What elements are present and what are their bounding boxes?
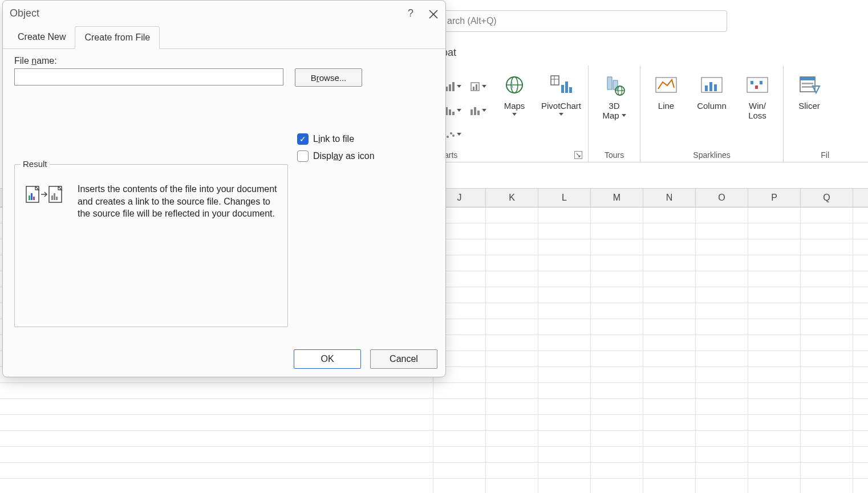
- svg-rect-50: [51, 195, 53, 200]
- svg-rect-40: [802, 83, 813, 84]
- svg-rect-32: [709, 82, 712, 91]
- chart-dropdown-4[interactable]: [469, 77, 489, 96]
- svg-rect-14: [477, 111, 480, 115]
- svg-rect-22: [565, 82, 568, 93]
- search-input[interactable]: arch (Alt+Q): [442, 10, 727, 32]
- charts-dialog-launcher-icon[interactable]: ↘: [574, 151, 582, 159]
- sparkline-column-label: Column: [697, 101, 727, 111]
- 3d-map-icon: [602, 72, 627, 97]
- chart-dropdown-5[interactable]: [469, 101, 489, 120]
- sparkline-winloss-icon: [745, 72, 770, 97]
- svg-rect-39: [800, 77, 815, 80]
- sparkline-winloss-label-1: Win/: [749, 101, 766, 111]
- chart-mini-buttons-2: [469, 70, 489, 150]
- svg-rect-11: [476, 84, 477, 90]
- svg-rect-41: [802, 86, 813, 88]
- result-link-icon: [24, 183, 65, 206]
- svg-rect-2: [452, 82, 455, 91]
- chart-dropdown-1[interactable]: [444, 77, 464, 96]
- svg-rect-12: [470, 109, 473, 115]
- svg-rect-47: [33, 197, 35, 200]
- result-description: Inserts the contents of the file into yo…: [78, 183, 278, 220]
- chart-dropdown-3[interactable]: [444, 125, 464, 144]
- browse-button[interactable]: Browse...: [295, 68, 362, 87]
- checkbox-unchecked-icon: [297, 150, 309, 162]
- link-to-file-checkbox[interactable]: ✓ Link to file: [297, 133, 375, 145]
- svg-rect-45: [29, 195, 30, 200]
- sparklines-group-label: Sparklines: [693, 150, 730, 160]
- sparkline-column-icon: [699, 72, 724, 97]
- svg-rect-21: [561, 85, 564, 93]
- col-header[interactable]: L: [538, 189, 591, 207]
- svg-rect-4: [449, 109, 451, 115]
- 3d-map-label-2: Map: [602, 111, 619, 120]
- svg-rect-31: [705, 85, 708, 91]
- dialog-title: Object: [10, 7, 39, 19]
- svg-rect-5: [452, 112, 455, 115]
- svg-rect-35: [751, 81, 753, 84]
- checkbox-checked-icon: ✓: [297, 133, 309, 145]
- 3d-map-button[interactable]: 3D Map: [594, 70, 634, 150]
- sparkline-column-button[interactable]: Column: [692, 70, 732, 150]
- col-header[interactable]: N: [643, 189, 696, 207]
- ok-button[interactable]: OK: [294, 349, 361, 369]
- svg-rect-51: [54, 193, 55, 200]
- cancel-button[interactable]: Cancel: [370, 349, 437, 369]
- object-dialog: Object ? Create New Create from File Fil…: [2, 0, 446, 377]
- chart-mini-buttons: [444, 70, 464, 150]
- svg-rect-36: [755, 85, 758, 89]
- svg-rect-37: [760, 81, 762, 84]
- sparkline-winloss-button[interactable]: Win/ Loss: [737, 70, 777, 150]
- file-name-input[interactable]: [14, 68, 283, 85]
- result-group: Result Inserts the contents of the file …: [14, 164, 288, 327]
- help-icon[interactable]: ?: [408, 7, 413, 19]
- svg-rect-18: [551, 76, 559, 85]
- pivotchart-button[interactable]: PivotChart: [540, 70, 582, 150]
- pivotchart-label: PivotChart: [541, 101, 581, 111]
- svg-rect-34: [747, 78, 768, 92]
- svg-rect-33: [714, 84, 717, 91]
- svg-rect-13: [474, 107, 476, 115]
- svg-rect-25: [613, 80, 618, 89]
- dialog-titlebar: Object ?: [3, 1, 445, 26]
- maps-label: Maps: [504, 101, 525, 111]
- col-header[interactable]: P: [748, 189, 801, 207]
- dialog-tabs: Create New Create from File: [3, 26, 445, 49]
- svg-point-6: [447, 136, 449, 138]
- search-placeholder-fragment: arch (Alt+Q): [447, 16, 497, 26]
- globe-icon: [502, 72, 527, 97]
- svg-rect-46: [31, 193, 33, 200]
- col-header[interactable]: Q: [801, 189, 853, 207]
- svg-point-8: [452, 135, 455, 137]
- svg-point-7: [450, 132, 452, 135]
- tab-create-new[interactable]: Create New: [9, 26, 75, 49]
- charts-group-label-fragment: arts: [444, 150, 457, 160]
- maps-button[interactable]: Maps: [494, 70, 534, 150]
- result-legend: Result: [21, 159, 50, 169]
- dialog-body: File name: Browse... ✓ Link to file Disp…: [3, 49, 445, 344]
- slicer-label: Slicer: [798, 101, 820, 111]
- col-header[interactable]: O: [696, 189, 748, 207]
- close-icon[interactable]: [428, 8, 439, 18]
- col-header[interactable]: K: [486, 189, 538, 207]
- col-header[interactable]: M: [591, 189, 643, 207]
- chart-dropdown-2[interactable]: [444, 101, 464, 120]
- ribbon: Maps PivotChart arts ↘: [442, 66, 868, 162]
- file-name-label: File name:: [14, 56, 434, 66]
- 3d-map-label-1: 3D: [609, 101, 619, 111]
- filters-group-label-fragment: Fil: [821, 150, 829, 160]
- svg-rect-9: [471, 83, 479, 91]
- svg-rect-10: [473, 87, 474, 90]
- display-as-icon-checkbox[interactable]: Display as icon: [297, 150, 375, 162]
- pivotchart-icon: [549, 72, 574, 97]
- slicer-button[interactable]: Slicer: [789, 70, 829, 150]
- sparkline-line-label: Line: [658, 101, 674, 111]
- svg-rect-24: [607, 77, 612, 89]
- sparkline-line-icon: [654, 72, 679, 97]
- svg-rect-52: [56, 197, 58, 200]
- slicer-icon: [797, 72, 822, 97]
- svg-rect-23: [569, 87, 572, 93]
- svg-rect-1: [449, 84, 451, 91]
- sparkline-line-button[interactable]: Line: [646, 70, 686, 150]
- tab-create-from-file[interactable]: Create from File: [75, 26, 160, 49]
